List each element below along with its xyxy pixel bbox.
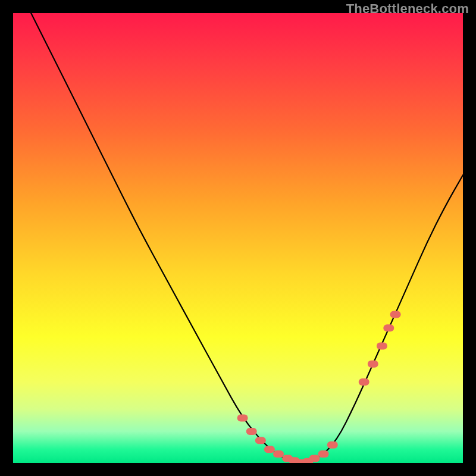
- highlight-marker: [368, 361, 378, 368]
- highlight-markers: [237, 311, 401, 464]
- curve-layer: [13, 13, 463, 463]
- highlight-marker: [264, 446, 275, 453]
- highlight-marker: [309, 455, 320, 462]
- highlight-marker: [327, 441, 338, 449]
- highlight-marker: [255, 437, 266, 444]
- highlight-marker: [237, 414, 248, 421]
- watermark-text: TheBottleneck.com: [346, 1, 469, 17]
- plot-area: [13, 13, 463, 463]
- highlight-marker: [383, 324, 394, 331]
- highlight-marker: [273, 450, 284, 458]
- highlight-marker: [359, 378, 369, 386]
- highlight-marker: [318, 450, 329, 458]
- highlight-marker: [377, 342, 387, 349]
- chart-frame: TheBottleneck.com: [0, 0, 476, 476]
- highlight-marker: [390, 311, 401, 318]
- bottleneck-curve: [31, 13, 463, 462]
- highlight-marker: [246, 428, 257, 435]
